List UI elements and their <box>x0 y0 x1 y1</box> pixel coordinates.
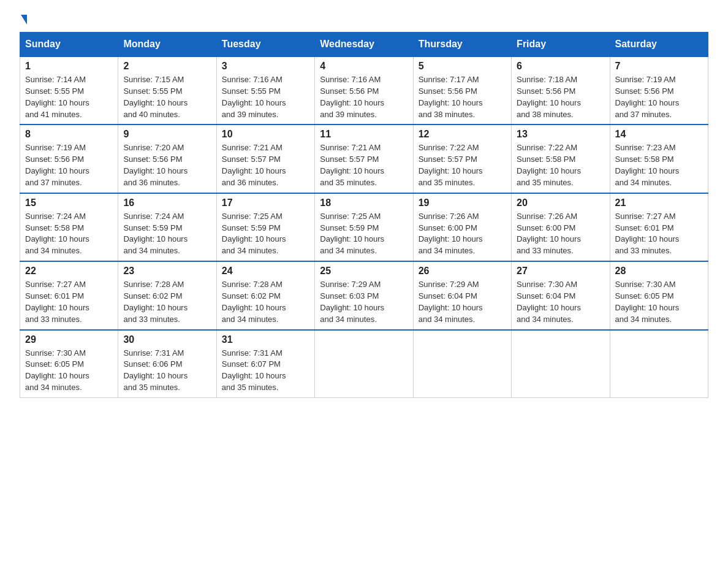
cell-week3-day4: 19Sunrise: 7:26 AMSunset: 6:00 PMDayligh… <box>413 193 511 261</box>
cell-week2-day0: 8Sunrise: 7:19 AMSunset: 5:56 PMDaylight… <box>20 124 118 193</box>
day-number: 13 <box>517 129 604 140</box>
calendar-table: Sunday Monday Tuesday Wednesday Thursday… <box>20 32 708 398</box>
day-info: Sunrise: 7:17 AMSunset: 5:56 PMDaylight:… <box>419 74 506 120</box>
day-info: Sunrise: 7:21 AMSunset: 5:57 PMDaylight:… <box>222 142 309 188</box>
day-info: Sunrise: 7:20 AMSunset: 5:56 PMDaylight:… <box>123 142 211 188</box>
cell-week2-day6: 14Sunrise: 7:23 AMSunset: 5:58 PMDayligh… <box>610 124 708 193</box>
day-number: 7 <box>615 61 703 72</box>
week-row-3: 15Sunrise: 7:24 AMSunset: 5:58 PMDayligh… <box>20 193 708 261</box>
day-info: Sunrise: 7:29 AMSunset: 6:04 PMDaylight:… <box>419 279 506 325</box>
day-info: Sunrise: 7:16 AMSunset: 5:55 PMDaylight:… <box>222 74 309 120</box>
day-info: Sunrise: 7:15 AMSunset: 5:55 PMDaylight:… <box>123 74 211 120</box>
cell-week3-day1: 16Sunrise: 7:24 AMSunset: 5:59 PMDayligh… <box>118 193 216 261</box>
col-monday: Monday <box>118 33 216 57</box>
col-saturday: Saturday <box>610 33 708 57</box>
day-number: 6 <box>517 61 604 72</box>
day-info: Sunrise: 7:26 AMSunset: 6:00 PMDaylight:… <box>517 211 604 257</box>
day-info: Sunrise: 7:29 AMSunset: 6:03 PMDaylight:… <box>320 279 408 325</box>
day-number: 3 <box>222 61 309 72</box>
day-info: Sunrise: 7:22 AMSunset: 5:57 PMDaylight:… <box>419 142 506 188</box>
cell-week4-day1: 23Sunrise: 7:28 AMSunset: 6:02 PMDayligh… <box>118 261 216 329</box>
day-number: 10 <box>222 129 309 140</box>
day-info: Sunrise: 7:18 AMSunset: 5:56 PMDaylight:… <box>517 74 604 120</box>
cell-week4-day6: 28Sunrise: 7:30 AMSunset: 6:05 PMDayligh… <box>610 261 708 329</box>
day-number: 26 <box>419 266 506 277</box>
cell-week4-day3: 25Sunrise: 7:29 AMSunset: 6:03 PMDayligh… <box>315 261 413 329</box>
cell-week2-day4: 12Sunrise: 7:22 AMSunset: 5:57 PMDayligh… <box>413 124 511 193</box>
day-info: Sunrise: 7:27 AMSunset: 6:01 PMDaylight:… <box>25 279 113 325</box>
cell-week3-day0: 15Sunrise: 7:24 AMSunset: 5:58 PMDayligh… <box>20 193 118 261</box>
day-number: 17 <box>222 197 309 209</box>
week-row-4: 22Sunrise: 7:27 AMSunset: 6:01 PMDayligh… <box>20 261 708 329</box>
day-number: 16 <box>123 197 211 209</box>
logo <box>20 15 27 25</box>
cell-week4-day2: 24Sunrise: 7:28 AMSunset: 6:02 PMDayligh… <box>216 261 314 329</box>
day-number: 23 <box>123 266 211 277</box>
cell-week2-day3: 11Sunrise: 7:21 AMSunset: 5:57 PMDayligh… <box>315 124 413 193</box>
day-number: 25 <box>320 266 408 277</box>
cell-week2-day1: 9Sunrise: 7:20 AMSunset: 5:56 PMDaylight… <box>118 124 216 193</box>
day-number: 4 <box>320 61 408 72</box>
day-number: 29 <box>25 334 113 345</box>
col-friday: Friday <box>512 33 610 57</box>
day-info: Sunrise: 7:24 AMSunset: 5:58 PMDaylight:… <box>25 211 113 257</box>
day-number: 18 <box>320 197 408 209</box>
day-info: Sunrise: 7:23 AMSunset: 5:58 PMDaylight:… <box>615 142 703 188</box>
cell-week4-day4: 26Sunrise: 7:29 AMSunset: 6:04 PMDayligh… <box>413 261 511 329</box>
day-number: 30 <box>123 334 211 345</box>
cell-week1-day5: 6Sunrise: 7:18 AMSunset: 5:56 PMDaylight… <box>512 56 610 124</box>
cell-week5-day5 <box>512 330 610 398</box>
day-info: Sunrise: 7:26 AMSunset: 6:00 PMDaylight:… <box>419 211 506 257</box>
day-info: Sunrise: 7:25 AMSunset: 5:59 PMDaylight:… <box>222 211 309 257</box>
day-number: 20 <box>517 197 604 209</box>
week-row-2: 8Sunrise: 7:19 AMSunset: 5:56 PMDaylight… <box>20 124 708 193</box>
day-number: 2 <box>123 61 211 72</box>
day-info: Sunrise: 7:19 AMSunset: 5:56 PMDaylight:… <box>25 142 113 188</box>
cell-week3-day6: 21Sunrise: 7:27 AMSunset: 6:01 PMDayligh… <box>610 193 708 261</box>
cell-week5-day2: 31Sunrise: 7:31 AMSunset: 6:07 PMDayligh… <box>216 330 314 398</box>
day-info: Sunrise: 7:31 AMSunset: 6:06 PMDaylight:… <box>123 348 211 394</box>
day-number: 21 <box>615 197 703 209</box>
cell-week1-day2: 3Sunrise: 7:16 AMSunset: 5:55 PMDaylight… <box>216 56 314 124</box>
day-info: Sunrise: 7:27 AMSunset: 6:01 PMDaylight:… <box>615 211 703 257</box>
day-info: Sunrise: 7:14 AMSunset: 5:55 PMDaylight:… <box>25 74 113 120</box>
cell-week5-day6 <box>610 330 708 398</box>
cell-week1-day1: 2Sunrise: 7:15 AMSunset: 5:55 PMDaylight… <box>118 56 216 124</box>
cell-week5-day4 <box>413 330 511 398</box>
day-number: 28 <box>615 266 703 277</box>
day-info: Sunrise: 7:19 AMSunset: 5:56 PMDaylight:… <box>615 74 703 120</box>
day-number: 14 <box>615 129 703 140</box>
cell-week1-day6: 7Sunrise: 7:19 AMSunset: 5:56 PMDaylight… <box>610 56 708 124</box>
cell-week5-day1: 30Sunrise: 7:31 AMSunset: 6:06 PMDayligh… <box>118 330 216 398</box>
day-number: 9 <box>123 129 211 140</box>
cell-week3-day5: 20Sunrise: 7:26 AMSunset: 6:00 PMDayligh… <box>512 193 610 261</box>
day-info: Sunrise: 7:31 AMSunset: 6:07 PMDaylight:… <box>222 348 309 394</box>
day-number: 31 <box>222 334 309 345</box>
day-number: 22 <box>25 266 113 277</box>
day-info: Sunrise: 7:16 AMSunset: 5:56 PMDaylight:… <box>320 74 408 120</box>
week-row-1: 1Sunrise: 7:14 AMSunset: 5:55 PMDaylight… <box>20 56 708 124</box>
day-info: Sunrise: 7:28 AMSunset: 6:02 PMDaylight:… <box>222 279 309 325</box>
page-header <box>20 15 708 25</box>
day-info: Sunrise: 7:22 AMSunset: 5:58 PMDaylight:… <box>517 142 604 188</box>
day-info: Sunrise: 7:21 AMSunset: 5:57 PMDaylight:… <box>320 142 408 188</box>
col-sunday: Sunday <box>20 33 118 57</box>
day-number: 15 <box>25 197 113 209</box>
cell-week2-day5: 13Sunrise: 7:22 AMSunset: 5:58 PMDayligh… <box>512 124 610 193</box>
day-number: 12 <box>419 129 506 140</box>
day-info: Sunrise: 7:28 AMSunset: 6:02 PMDaylight:… <box>123 279 211 325</box>
cell-week2-day2: 10Sunrise: 7:21 AMSunset: 5:57 PMDayligh… <box>216 124 314 193</box>
header-row: Sunday Monday Tuesday Wednesday Thursday… <box>20 33 708 57</box>
cell-week5-day0: 29Sunrise: 7:30 AMSunset: 6:05 PMDayligh… <box>20 330 118 398</box>
day-number: 24 <box>222 266 309 277</box>
day-number: 27 <box>517 266 604 277</box>
day-number: 19 <box>419 197 506 209</box>
logo-triangle-icon <box>21 15 27 25</box>
cell-week1-day3: 4Sunrise: 7:16 AMSunset: 5:56 PMDaylight… <box>315 56 413 124</box>
day-number: 11 <box>320 129 408 140</box>
cell-week5-day3 <box>315 330 413 398</box>
cell-week3-day3: 18Sunrise: 7:25 AMSunset: 5:59 PMDayligh… <box>315 193 413 261</box>
cell-week4-day0: 22Sunrise: 7:27 AMSunset: 6:01 PMDayligh… <box>20 261 118 329</box>
col-tuesday: Tuesday <box>216 33 314 57</box>
day-info: Sunrise: 7:30 AMSunset: 6:04 PMDaylight:… <box>517 279 604 325</box>
